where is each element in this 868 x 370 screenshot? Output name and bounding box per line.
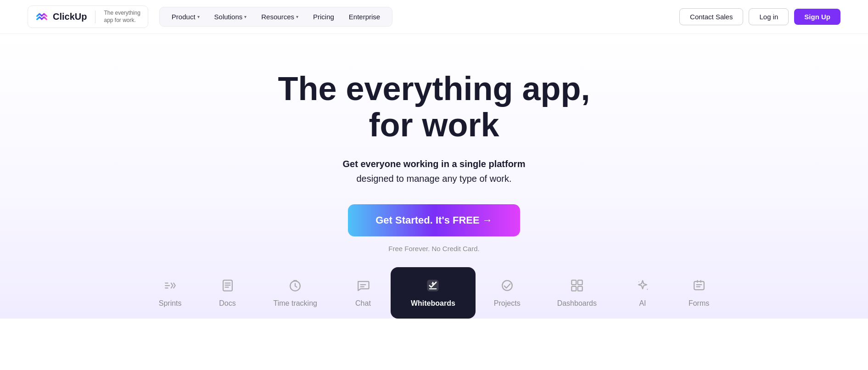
feature-item-ai[interactable]: AI <box>615 269 670 319</box>
nav-links: Product ▾ Solutions ▾ Resources ▾ Pricin… <box>159 7 392 27</box>
chevron-down-icon: ▾ <box>244 14 246 19</box>
feature-item-docs[interactable]: Docs <box>200 269 255 319</box>
features-bar: Sprints Docs Time tracking <box>0 267 868 319</box>
feature-item-dashboards[interactable]: Dashboards <box>539 269 615 319</box>
navbar-left: ClickUp The everything app for work. Pro… <box>28 6 392 28</box>
svg-point-3 <box>502 280 512 291</box>
feature-label-docs: Docs <box>219 299 235 308</box>
feature-label-chat: Chat <box>355 299 371 308</box>
svg-rect-6 <box>571 286 576 291</box>
feature-label-projects: Projects <box>494 299 521 308</box>
forms-icon <box>690 276 708 295</box>
svg-rect-8 <box>694 281 704 290</box>
feature-item-time-tracking[interactable]: Time tracking <box>255 269 336 319</box>
feature-item-forms[interactable]: Forms <box>670 269 728 319</box>
feature-label-ai: AI <box>639 299 646 308</box>
navbar: ClickUp The everything app for work. Pro… <box>0 0 868 34</box>
feature-label-whiteboards: Whiteboards <box>411 299 455 308</box>
logo-divider <box>95 11 95 23</box>
brand-tagline: The everything app for work. <box>104 10 140 24</box>
chevron-down-icon: ▾ <box>296 14 298 19</box>
feature-label-forms: Forms <box>689 299 709 308</box>
logo[interactable]: ClickUp The everything app for work. <box>28 6 148 28</box>
hero-subtitle: Get everyone working in a single platfor… <box>343 157 526 186</box>
projects-icon <box>498 276 516 295</box>
chat-icon <box>354 276 372 295</box>
cta-button[interactable]: Get Started. It's FREE → <box>348 204 520 236</box>
docs-icon <box>218 276 237 295</box>
brand-name: ClickUp <box>53 11 87 22</box>
feature-item-chat[interactable]: Chat <box>336 269 391 319</box>
feature-label-sprints: Sprints <box>159 299 182 308</box>
svg-rect-7 <box>578 286 582 291</box>
contact-sales-button[interactable]: Contact Sales <box>679 8 743 25</box>
nav-item-resources[interactable]: Resources ▾ <box>255 10 305 23</box>
hero-section: The everything app, for work Get everyon… <box>0 34 868 319</box>
signup-button[interactable]: Sign Up <box>794 9 840 25</box>
ai-icon <box>633 276 652 295</box>
hero-footnote: Free Forever. No Credit Card. <box>388 245 479 252</box>
feature-item-projects[interactable]: Projects <box>476 269 539 319</box>
dashboards-icon <box>568 276 586 295</box>
hero-title: The everything app, for work <box>278 71 590 143</box>
navbar-right: Contact Sales Log in Sign Up <box>679 8 840 25</box>
clickup-logo-icon <box>35 11 48 23</box>
chevron-down-icon: ▾ <box>197 14 200 19</box>
nav-item-pricing[interactable]: Pricing <box>307 10 341 23</box>
feature-item-sprints[interactable]: Sprints <box>140 269 200 319</box>
sprints-icon <box>161 276 179 295</box>
whiteboards-icon <box>424 276 442 295</box>
feature-item-whiteboards[interactable]: Whiteboards <box>391 267 476 319</box>
nav-item-product[interactable]: Product ▾ <box>165 10 206 23</box>
login-button[interactable]: Log in <box>749 8 789 25</box>
nav-item-enterprise[interactable]: Enterprise <box>342 10 386 23</box>
nav-item-solutions[interactable]: Solutions ▾ <box>208 10 253 23</box>
feature-label-dashboards: Dashboards <box>557 299 597 308</box>
feature-label-time-tracking: Time tracking <box>274 299 317 308</box>
svg-rect-5 <box>578 280 582 285</box>
svg-rect-4 <box>571 280 576 285</box>
time-tracking-icon <box>286 276 304 295</box>
